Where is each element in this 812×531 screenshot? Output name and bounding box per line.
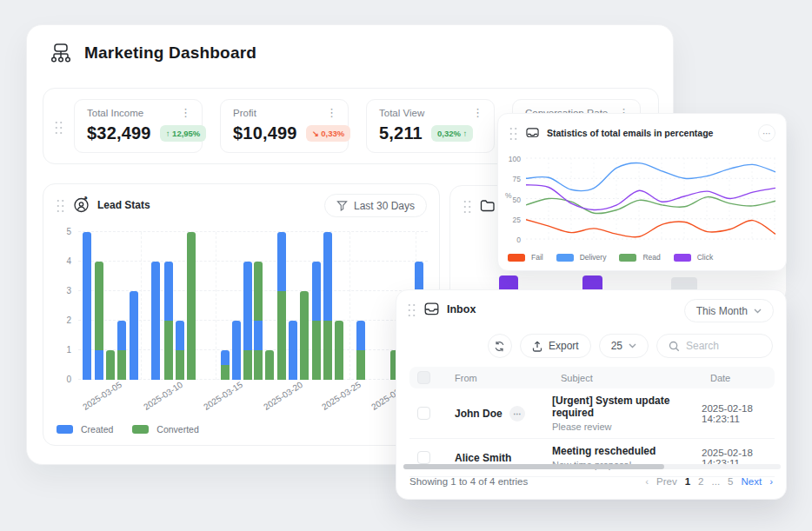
kebab-menu-icon[interactable]: ⋮ [180, 109, 191, 117]
scrollbar-thumb[interactable] [403, 464, 664, 469]
y-tick-label: 2 [54, 315, 71, 325]
drag-handle-lead[interactable] [56, 197, 65, 212]
bar-segment-converted [243, 350, 252, 380]
stat-label: Profit [233, 108, 256, 118]
bar-segment-converted [164, 321, 173, 380]
bar-segment-created [312, 262, 321, 321]
lead-filter-button[interactable]: Last 30 Days [324, 194, 427, 217]
refresh-button[interactable] [488, 334, 512, 358]
kebab-menu-icon[interactable]: ⋮ [472, 109, 483, 117]
select-all-checkbox[interactable] [417, 371, 430, 384]
drag-handle-folder[interactable] [463, 198, 472, 213]
chart-bar [243, 262, 252, 380]
y-tick-label: 0 [503, 236, 521, 244]
legend-swatch [674, 254, 691, 262]
bar-segment-created [117, 321, 126, 350]
pagination-page-5[interactable]: 5 [728, 476, 733, 487]
subject-text: Meeting rescheduled [552, 445, 702, 457]
bar-segment-converted [335, 321, 343, 380]
chart-bar [187, 232, 196, 380]
chart-bar [265, 350, 274, 380]
x-tick-label: 2025-03-05 [81, 380, 123, 412]
legend-label: Delivery [580, 253, 607, 262]
pagination-page-1[interactable]: 1 [685, 476, 690, 487]
drag-handle-email[interactable] [509, 125, 518, 140]
pagination-next-chevron[interactable]: › [769, 476, 773, 487]
legend-item-read: Read [619, 253, 660, 262]
email-stats-header: Statistics of total emails in percentage [509, 125, 713, 140]
table-row[interactable]: John Doe⋯[Urgent] System update required… [409, 388, 775, 439]
inbox-footer: Showing 1 to 4 of 4 entries ‹Prev12...5N… [409, 476, 773, 487]
row-checkbox[interactable] [417, 451, 430, 464]
bar-segment-converted [106, 350, 115, 380]
chart-bar [95, 262, 103, 380]
line-series-fail [526, 220, 775, 237]
lead-legend: CreatedConverted [57, 424, 199, 435]
y-tick-label: 5 [54, 227, 71, 236]
legend-label: Created [81, 424, 113, 435]
search-icon [669, 341, 680, 352]
inbox-period-value: This Month [696, 305, 748, 317]
horizontal-scrollbar[interactable] [403, 464, 781, 469]
page-size-select[interactable]: 25 [599, 334, 649, 358]
drag-handle-inbox[interactable] [407, 302, 416, 316]
bar-segment-converted [176, 350, 184, 380]
bar-segment-created [176, 321, 184, 350]
dashboard-header: Marketing Dashboard [50, 43, 256, 63]
x-tick-label: 2025-03-25 [320, 380, 363, 412]
svg-text:$: $ [85, 196, 88, 200]
bar-segment-created [95, 350, 103, 380]
bar-segment-created [83, 232, 91, 380]
drag-handle-stats[interactable] [54, 119, 63, 134]
pagination-prev-chevron[interactable]: ‹ [645, 476, 649, 487]
bar-segment-converted [187, 232, 196, 380]
gridline [141, 232, 142, 380]
bar-segment-created [254, 321, 263, 350]
bar-segment-created [323, 232, 332, 321]
line-series-delivery [526, 163, 775, 190]
stat-value: $10,499 [233, 123, 297, 143]
envelope-icon [526, 127, 539, 138]
legend-label: Click [697, 253, 713, 262]
legend-item-delivery: Delivery [556, 253, 607, 262]
row-menu-button[interactable]: ⋯ [509, 406, 525, 421]
kebab-menu-icon[interactable]: ⋮ [326, 109, 337, 117]
export-button[interactable]: Export [520, 334, 591, 358]
chart-bar [277, 232, 286, 380]
pagination-prev[interactable]: Prev [656, 476, 677, 487]
lead-x-axis: 2025-03-052025-03-102025-03-152025-03-20… [78, 382, 428, 412]
column-subject: Subject [552, 373, 702, 383]
inbox-table: From Subject Date John Doe⋯[Urgent] Syst… [409, 367, 775, 477]
bar-segment-created [130, 291, 138, 380]
stat-card-total-income: Total Income⋮$32,499↑ 12,95% [74, 99, 203, 153]
bar-segment-converted [221, 365, 230, 380]
sender-name: John Doe [455, 408, 503, 420]
email-menu-button[interactable]: ⋯ [758, 124, 775, 142]
page-size-value: 25 [611, 340, 622, 352]
pagination: ‹Prev12...5Next› [645, 476, 773, 487]
line-series-read [526, 197, 775, 214]
pagination-next[interactable]: Next [742, 476, 762, 487]
lead-stats-header: $ Lead Stats [56, 196, 150, 213]
bar-segment-created [232, 321, 241, 380]
x-tick-label: 2025-03-10 [142, 380, 184, 412]
legend-label: Fail [531, 253, 543, 262]
stat-card-profit: Profit⋮$10,499↘ 0,33% [220, 99, 349, 153]
pagination-page-2[interactable]: 2 [698, 476, 703, 487]
row-checkbox[interactable] [417, 407, 430, 420]
legend-item-fail: Fail [508, 253, 543, 262]
y-tick-label: 75 [503, 175, 521, 183]
trend-badge: 0,32% ↑ [431, 125, 473, 142]
page-title: Marketing Dashboard [84, 43, 256, 63]
table-row[interactable]: Alice SmithMeeting rescheduledNew time p… [409, 439, 775, 477]
bar-segment-converted [323, 321, 332, 380]
lead-stats-card: $ Lead Stats Last 30 Days 012345 2025-03… [43, 183, 440, 446]
inbox-card: Inbox This Month Export 25 [396, 289, 787, 500]
gridline [349, 232, 350, 380]
inbox-period-select[interactable]: This Month [684, 299, 774, 322]
email-line-chart [526, 155, 775, 242]
search-input[interactable]: Search [656, 334, 773, 358]
y-tick-label: 0 [54, 375, 71, 384]
column-from: From [446, 373, 552, 383]
page: Marketing Dashboard Total Income⋮$32,499… [0, 0, 812, 531]
